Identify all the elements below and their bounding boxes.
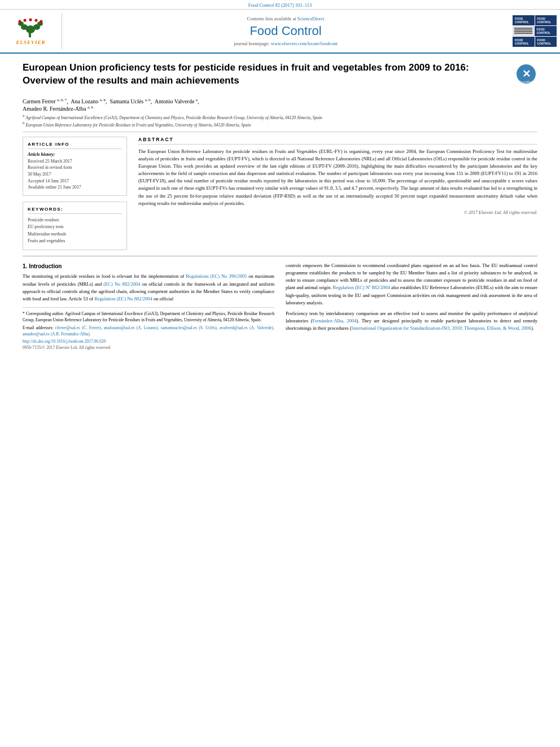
homepage-label: journal homepage:: [234, 41, 270, 46]
contents-text: Contents lists available at: [247, 16, 296, 21]
author-3: Samanta Uclés a, b,: [110, 98, 153, 104]
logo-cell-food: FOODCONTROL: [513, 15, 535, 25]
crossmark-icon: ✕ CrossMark: [516, 64, 536, 84]
logo-cell-food4: FOODCONTROL: [513, 37, 535, 47]
svg-point-6: [19, 20, 21, 23]
article-title: European Union proficiency tests for pes…: [23, 62, 509, 88]
email-label: E-mail addresses: cferrer@ual.es (C. Fer…: [23, 325, 274, 338]
regulation-link-1[interactable]: Regulations (EC) No 396/2005: [186, 273, 247, 279]
section-1-number: 1.: [23, 263, 27, 269]
logo-bar-3: [514, 31, 532, 32]
affiliation-a: a Agrifood Campus of International Excel…: [23, 113, 537, 121]
keywords-title: Keywords:: [28, 207, 122, 214]
keyword-3: Multiresidue methods: [28, 231, 122, 238]
svg-point-9: [35, 19, 38, 22]
body-section: 1. Introduction The monitoring of pestic…: [23, 262, 537, 351]
body-left-column: 1. Introduction The monitoring of pestic…: [23, 262, 274, 351]
elsevier-logo-section: ELSEVIER: [0, 13, 62, 49]
revised-date: 30 May 2017: [28, 171, 122, 178]
online-date: Available online 21 June 2017: [28, 184, 122, 191]
journal-reference-text: Food Control 82 (2017) 101–113: [248, 2, 312, 8]
email-links[interactable]: cferrer@ual.es (C. Ferrer), analozano@ua…: [23, 325, 274, 337]
abstract-title: ABSTRACT: [138, 137, 537, 145]
regulation-link-4[interactable]: Regulation (EC) Nº 882/2004: [333, 285, 390, 290]
svg-text:✕: ✕: [522, 68, 531, 80]
received-date: Received 25 March 2017: [28, 158, 122, 165]
author-5-sup: a, b: [88, 104, 93, 109]
article-info-box: ARTICLE INFO Article history: Received 2…: [23, 137, 127, 196]
author-2: Ana Lozano a, b,: [71, 98, 108, 104]
issn-text: 0956-7135/© 2017 Elsevier Ltd. All right…: [23, 344, 274, 351]
keywords-box: Keywords: Pesticide residues EU proficie…: [23, 202, 127, 250]
corr-note-text: * Corresponding author. Agrifood Campus …: [23, 311, 274, 324]
elsevier-logo: ELSEVIER: [15, 17, 46, 45]
journal-title: Food Control: [250, 24, 321, 38]
svg-point-7: [24, 19, 27, 22]
author-5: Amadeo R. Fernández-Alba a, b: [23, 106, 93, 112]
sciencedirect-link[interactable]: Contents lists available at ScienceDirec…: [247, 16, 325, 21]
logo-bar-4: [514, 33, 532, 34]
author-1-sup: a, b, *: [57, 98, 67, 102]
body-right-column: controls empowers the Commission to reco…: [286, 262, 537, 351]
affil-marker-b: b: [23, 121, 25, 125]
keyword-2: EU proficiency tests: [28, 224, 122, 230]
abstract-section: ABSTRACT The European Union Reference La…: [138, 137, 537, 215]
body-left-para-1: The monitoring of pesticide residues in …: [23, 273, 274, 303]
food-control-logo: FOODCONTROL FOODCONTROL FOODCONTROL FOOD…: [513, 15, 557, 47]
section-1-title: Introduction: [29, 263, 62, 269]
email-label-text: E-mail addresses:: [23, 325, 54, 330]
affil-text-b: European Union Reference Laboratory for …: [25, 122, 251, 127]
article-info-title: ARTICLE INFO: [28, 142, 122, 149]
ref-fernandez[interactable]: Fernández-Alba, 2004: [312, 318, 356, 324]
body-right-para-2: Proficiency tests by interlaboratory com…: [286, 310, 537, 333]
regulation-link-3[interactable]: Regulation (EC) No 882/2004: [94, 296, 152, 302]
accepted-date: Accepted 14 June 2017: [28, 178, 122, 185]
body-right-para-1: controls empowers the Commission to reco…: [286, 262, 537, 307]
keyword-1: Pesticide residues: [28, 217, 122, 224]
logo-bar-2: [514, 29, 532, 30]
regulation-link-2[interactable]: (EC) No 882/2004: [103, 281, 140, 287]
ref-iso[interactable]: International Organization for Standardi…: [352, 325, 531, 331]
author-3-sup: a, b: [145, 98, 151, 102]
logo-cell-food5: FOODCONTROL: [535, 37, 557, 47]
homepage-url[interactable]: www.elsevier.com/locate/foodcont: [271, 41, 338, 46]
journal-header-center: Contents lists available at ScienceDirec…: [62, 13, 509, 49]
logo-cell-food3: FOODCONTROL: [535, 26, 557, 36]
affiliation-b: b European Union Reference Laboratory fo…: [23, 121, 537, 128]
section-1-heading: 1. Introduction: [23, 262, 274, 271]
corresponding-author-footnote: * Corresponding author. Agrifood Campus …: [23, 307, 274, 351]
svg-point-10: [40, 20, 43, 23]
elsevier-tree-icon: [15, 17, 46, 38]
article-history-label: Article history:: [28, 152, 122, 157]
affil-marker-a: a: [23, 113, 25, 118]
journal-reference-bar: Food Control 82 (2017) 101–113: [0, 0, 560, 10]
section-divider: [23, 256, 537, 256]
sciencedirect-link-text[interactable]: ScienceDirect: [298, 16, 325, 21]
svg-rect-0: [29, 33, 31, 37]
doi-link[interactable]: http://dx.doi.org/10.1016/j.foodcont.201…: [23, 338, 274, 344]
affiliations-section: a Agrifood Campus of International Excel…: [23, 113, 537, 132]
author-4-sup: a: [196, 98, 198, 102]
left-column: ARTICLE INFO Article history: Received 2…: [23, 137, 127, 250]
affil-text-a: Agrifood Campus of International Excelle…: [25, 115, 322, 120]
crossmark-badge[interactable]: ✕ CrossMark: [516, 64, 537, 85]
svg-point-8: [29, 19, 32, 21]
abstract-copyright: © 2017 Elsevier Ltd. All rights reserved…: [138, 210, 537, 215]
journal-header: ELSEVIER Contents lists available at Sci…: [0, 10, 560, 54]
keyword-4: Fruits and vegetables: [28, 238, 122, 244]
author-2-sup: a, b: [100, 98, 106, 102]
elsevier-text: ELSEVIER: [16, 40, 45, 45]
author-4: Antonio Valverde a,: [155, 98, 199, 104]
main-content: European Union proficiency tests for pes…: [0, 54, 560, 359]
authors-section: Carmen Ferrer a, b, *, Ana Lozano a, b, …: [23, 98, 537, 112]
revised-label: Received in revised form: [28, 164, 122, 171]
logo-cell-food2: FOODCONTROL: [535, 15, 557, 25]
svg-text:CrossMark: CrossMark: [519, 80, 533, 84]
homepage-link[interactable]: journal homepage: www.elsevier.com/locat…: [234, 41, 338, 46]
logo-bar-1: [514, 28, 532, 29]
food-control-logo-section: FOODCONTROL FOODCONTROL FOODCONTROL FOOD…: [509, 13, 560, 49]
article-info-abstract-section: ARTICLE INFO Article history: Received 2…: [23, 137, 537, 250]
logo-bars-cell: [513, 26, 534, 36]
doi-text[interactable]: http://dx.doi.org/10.1016/j.foodcont.201…: [23, 339, 106, 344]
author-1: Carmen Ferrer a, b, *,: [23, 98, 69, 104]
